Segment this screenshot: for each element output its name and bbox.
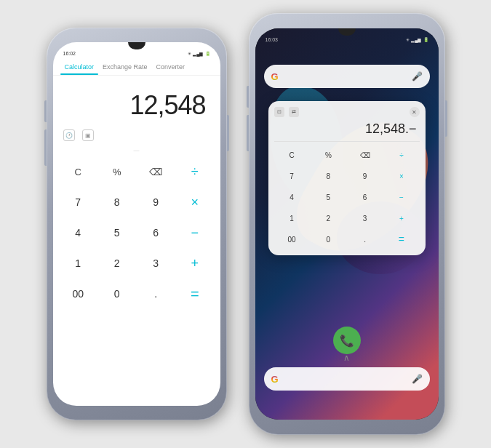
btn-clear[interactable]: C [59,156,98,187]
phone-icon: 📞 [340,334,354,348]
phone-call-fab[interactable]: 📞 [333,327,361,354]
battery-icon-right: 🔋 [423,37,428,42]
btn-divide[interactable]: ÷ [175,156,215,187]
volume-up-button[interactable] [44,100,47,122]
wallpaper: 16:03 ✳ ▂▄▆ 🔋 G 🎤 ⊡ ⇄ [255,28,439,420]
google-g-logo: G [271,71,279,82]
tab-bar: Calculator Exchange Rate Converter [53,59,220,76]
btn-9[interactable]: 9 [137,187,176,217]
btn-add[interactable]: + [175,248,215,279]
float-resize-icon[interactable]: ⊡ [274,107,284,117]
float-close-button[interactable]: ✕ [410,107,420,117]
float-btn-subtract[interactable]: − [383,187,419,207]
btn-7[interactable]: 7 [59,187,98,217]
microphone-icon-bottom[interactable]: 🎤 [412,374,423,384]
float-display: 12,548.− [274,120,420,142]
status-bar-right: 16:03 ✳ ▂▄▆ 🔋 [255,28,439,45]
btn-5[interactable]: 5 [97,217,137,248]
btn-4[interactable]: 4 [59,217,98,248]
btn-backspace[interactable]: ⌫ [137,156,176,187]
float-btn-add[interactable]: + [383,208,419,228]
btn-multiply[interactable]: × [175,187,215,217]
volume-down-button-right[interactable] [247,115,249,151]
microphone-icon[interactable]: 🎤 [412,71,423,81]
signal-icon: ▂▄▆ [193,51,203,56]
float-calc-header: ⊡ ⇄ ✕ [274,107,420,117]
calc-history-icons: 🕐 ▣ [53,127,220,144]
float-btn-double-zero[interactable]: 00 [274,229,310,249]
left-phone: 16:02 ✳ ▂▄▆ 🔋 Calculator Exchange Rate C… [47,28,227,420]
float-btn-4[interactable]: 4 [274,187,310,207]
btn-percent[interactable]: % [97,156,137,187]
keypad: C % ⌫ ÷ 7 8 9 × 4 5 6 − 1 2 3 + 00 0 . = [53,156,220,309]
btn-6[interactable]: 6 [137,217,176,248]
calc-display: 12,548 [53,79,220,127]
power-button[interactable] [227,115,229,151]
float-btn-6[interactable]: 6 [347,187,383,207]
google-g-logo-bottom: G [271,374,279,385]
volume-down-button[interactable] [44,129,47,166]
float-btn-0[interactable]: 0 [311,229,346,249]
float-btn-backspace[interactable]: ⌫ [347,145,383,165]
time-right: 16:03 [266,37,279,42]
time-left: 16:02 [63,51,76,56]
float-btn-equals[interactable]: = [383,229,419,249]
power-button-right[interactable] [445,100,447,137]
float-btn-multiply[interactable]: × [383,166,419,186]
status-icons-left: ✳ ▂▄▆ 🔋 [188,51,209,56]
google-search-bar-top[interactable]: G 🎤 [264,65,430,88]
volume-up-button-right[interactable] [247,86,249,108]
btn-equals[interactable]: = [175,279,215,309]
btn-3[interactable]: 3 [137,248,176,279]
float-btn-clear[interactable]: C [274,145,310,165]
float-btn-5[interactable]: 5 [311,187,346,207]
tab-exchange-rate[interactable]: Exchange Rate [98,59,152,75]
tab-calculator[interactable]: Calculator [60,59,99,75]
bt-icon-right: ✳ [406,37,410,42]
right-screen: 16:03 ✳ ▂▄▆ 🔋 G 🎤 ⊡ ⇄ [255,28,439,420]
status-icons-right: ✳ ▂▄▆ 🔋 [406,37,428,42]
btn-2[interactable]: 2 [97,248,137,279]
left-screen: 16:02 ✳ ▂▄▆ 🔋 Calculator Exchange Rate C… [53,42,220,406]
float-settings-icon[interactable]: ⇄ [289,107,299,117]
signal-icon-right: ▂▄▆ [411,37,421,42]
google-search-bar-bottom[interactable]: G 🎤 [264,367,430,391]
separator: — [53,147,220,153]
battery-icon: 🔋 [205,51,210,56]
btn-1[interactable]: 1 [59,248,98,279]
btn-double-zero[interactable]: 00 [59,279,98,309]
btn-8[interactable]: 8 [97,187,137,217]
float-btn-divide[interactable]: ÷ [383,145,419,165]
btn-0[interactable]: 0 [97,279,137,309]
float-btn-decimal[interactable]: . [347,229,383,249]
floating-calculator: ⊡ ⇄ ✕ 12,548.− C % ⌫ ÷ 7 8 9 × 4 5 [268,101,426,255]
btn-decimal[interactable]: . [137,279,176,309]
float-btn-3[interactable]: 3 [347,208,383,228]
float-btn-2[interactable]: 2 [311,208,346,228]
float-btn-7[interactable]: 7 [274,166,310,186]
chevron-down-icon[interactable]: ∧ [343,353,350,363]
float-header-icons: ⊡ ⇄ [274,107,299,117]
right-phone: 16:03 ✳ ▂▄▆ 🔋 G 🎤 ⊡ ⇄ [249,13,445,435]
float-btn-1[interactable]: 1 [274,208,310,228]
float-btn-9[interactable]: 9 [347,166,383,186]
memory-icon[interactable]: ▣ [82,129,94,141]
tab-converter[interactable]: Converter [152,59,190,75]
bluetooth-icon: ✳ [188,51,191,56]
float-btn-percent[interactable]: % [311,145,346,165]
float-btn-8[interactable]: 8 [311,166,346,186]
history-icon[interactable]: 🕐 [63,129,75,141]
float-keypad: C % ⌫ ÷ 7 8 9 × 4 5 6 − 1 2 3 + 00 [274,145,420,249]
btn-subtract[interactable]: − [175,217,215,248]
